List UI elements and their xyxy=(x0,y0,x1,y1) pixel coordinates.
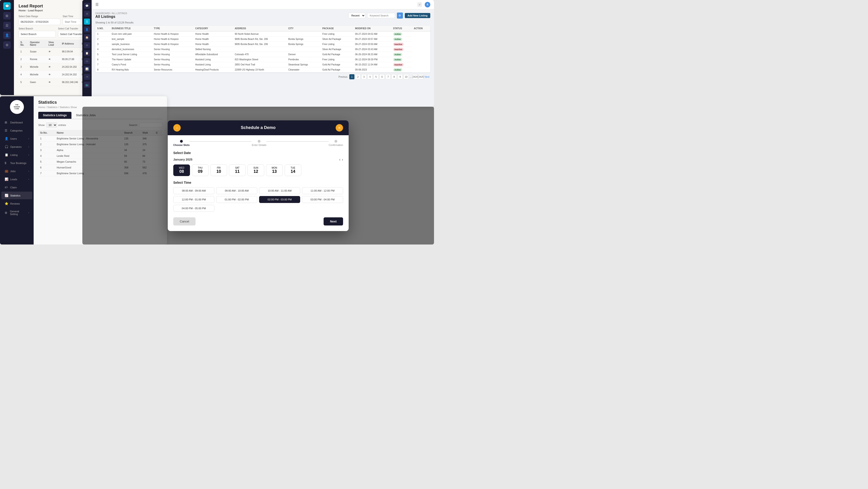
date-range-label: Select Date Range xyxy=(19,15,60,18)
sidebar-item-dashboard[interactable]: ⊞ Dashboard xyxy=(1,119,32,126)
date-chip-14[interactable]: TUE 14 xyxy=(285,164,301,176)
nav-item-label: Dashboard xyxy=(10,121,23,124)
time-slot[interactable]: 03:00 PM - 04:00 PM xyxy=(302,196,343,203)
ls-icon-6[interactable]: ⚙ xyxy=(84,42,90,48)
branch-select[interactable]: Select Branch xyxy=(19,31,56,37)
ls-icon-5[interactable]: 🏠 xyxy=(84,34,90,40)
time-slot[interactable]: 01:00 PM - 02:00 PM xyxy=(216,196,257,203)
nav-icon: 📈 xyxy=(5,194,8,197)
demo-prev-button[interactable]: ‹ xyxy=(173,124,181,131)
sidebar-item-categories[interactable]: ☰ Categories xyxy=(1,127,32,134)
add-new-listing-button[interactable]: Add New Listing xyxy=(405,13,430,18)
time-slot[interactable]: 10:00 AM - 11:00 AM xyxy=(259,187,300,194)
date-chip-11[interactable]: SAT 11 xyxy=(229,164,246,176)
month-prev-button[interactable]: ‹ xyxy=(339,157,340,162)
chevron-right-icon: › xyxy=(28,137,29,140)
sidebar-user-icon[interactable]: 👤 xyxy=(3,32,11,39)
sidebar-item-tour-bookings[interactable]: $ Tour Bookings xyxy=(1,159,32,167)
page-2425-button[interactable]: 2425 xyxy=(418,74,424,79)
table-cell[interactable]: 👁 xyxy=(46,48,60,56)
sidebar-grid-icon[interactable]: ⊞ xyxy=(3,12,11,20)
sidebar-list-icon[interactable]: ☰ xyxy=(3,22,11,29)
sidebar-item-claim[interactable]: 🏷 Claim xyxy=(1,183,32,191)
sidebar-settings-icon[interactable]: ⚙ xyxy=(3,41,11,49)
keyword-search-input[interactable] xyxy=(367,13,395,18)
time-slot[interactable]: 04:00 PM - 05:00 PM xyxy=(173,205,214,212)
date-chip-13[interactable]: MON 13 xyxy=(266,164,283,176)
sidebar-item-statistics[interactable]: 📈 Statistics xyxy=(1,192,32,199)
page-2424-button[interactable]: 2424 xyxy=(412,74,417,79)
page-7-button[interactable]: 7 xyxy=(385,74,391,79)
table-cell: 09-27-2024 03:50 AM xyxy=(353,42,391,47)
time-slot[interactable]: 08:00 AM - 09:00 AM xyxy=(173,187,214,194)
filter-button[interactable]: ⚙ xyxy=(397,12,403,19)
sidebar-item-leads[interactable]: 📊 Leads › xyxy=(1,175,32,183)
th-address: ADDRESS xyxy=(233,26,286,31)
time-slot[interactable]: 12:00 PM - 01:00 PM xyxy=(173,196,214,203)
page-3-button[interactable]: 3 xyxy=(362,74,367,79)
sidebar-item-jobs[interactable]: 💼 Jobs › xyxy=(1,167,32,175)
ls-icon-7[interactable]: 📋 xyxy=(84,50,90,56)
table-cell[interactable]: 👁 xyxy=(46,79,60,86)
ls-icon-3[interactable]: ☰ xyxy=(84,19,90,25)
sidebar-item-listing[interactable]: 📋 Listing › xyxy=(1,151,32,159)
month-next-button[interactable]: › xyxy=(342,157,343,162)
nav-item-label: Statistics xyxy=(10,194,21,197)
sidebar-item-general-setting[interactable]: ⚙ General Setting › xyxy=(1,208,32,218)
sidebar-item-users[interactable]: 👤 Users › xyxy=(1,135,32,143)
table-cell: 4 xyxy=(19,71,28,79)
ls-icon-8[interactable]: 🗂 xyxy=(84,58,90,64)
date-chip-08[interactable]: WED 08 xyxy=(173,164,190,176)
table-cell: test_sample xyxy=(110,37,152,42)
date-num: 10 xyxy=(212,169,225,174)
date-chip-10[interactable]: FRI 10 xyxy=(210,164,227,176)
table-cell[interactable]: 👁 xyxy=(46,56,60,63)
date-chip-12[interactable]: SUN 12 xyxy=(248,164,264,176)
chevron-right-icon: › xyxy=(28,154,29,156)
time-slot[interactable]: 09:00 AM - 10:00 AM xyxy=(216,187,257,194)
date-range-input[interactable] xyxy=(19,19,60,25)
table-cell[interactable]: 👁 xyxy=(46,71,60,79)
table-cell: 7 xyxy=(38,171,55,176)
ls-icon-11[interactable]: 📺 xyxy=(84,82,90,88)
table-cell: Free Listing xyxy=(320,42,353,47)
status-badge: Active xyxy=(393,38,402,41)
nav-icon: 🏷 xyxy=(5,186,8,189)
demo-close-button[interactable]: ✕ xyxy=(336,124,343,131)
page-8-button[interactable]: 8 xyxy=(392,74,397,79)
table-cell[interactable]: 👁 xyxy=(46,63,60,71)
expand-icon[interactable]: ⤢ xyxy=(417,2,422,7)
ls-icon-9[interactable]: 📊 xyxy=(84,66,90,72)
ls-icon-2[interactable]: ⊞ xyxy=(84,11,90,17)
listings-title: All Listings xyxy=(95,14,127,19)
page-4-button[interactable]: 4 xyxy=(367,74,373,79)
page-5-button[interactable]: 5 xyxy=(373,74,378,79)
page-10-button[interactable]: 10 xyxy=(404,74,409,79)
table-cell: 06-12-2024 09:39 PM xyxy=(353,57,391,62)
date-day: THU xyxy=(193,166,207,169)
sidebar-chat-icon[interactable]: 💬 xyxy=(3,2,11,10)
sidebar-item-reviews[interactable]: ⭐ Reviews xyxy=(1,200,32,207)
date-range-group: Select Date Range xyxy=(19,15,60,25)
time-slot[interactable]: 11:00 AM - 12:00 PM xyxy=(302,187,343,194)
next-text[interactable]: Next xyxy=(425,75,429,78)
ls-icon-10[interactable]: ✉ xyxy=(84,74,90,80)
page-9-button[interactable]: 9 xyxy=(398,74,403,79)
sidebar-item-operators[interactable]: 🎧 Operators › xyxy=(1,143,32,151)
page-1-button[interactable]: 1 xyxy=(349,74,354,79)
branch-label: Select Branch xyxy=(19,27,56,30)
tab-statistics-listings[interactable]: Statistics Listings xyxy=(38,112,71,119)
ls-icon-1[interactable]: 💬 xyxy=(84,3,90,9)
cancel-button[interactable]: Cancel xyxy=(173,217,195,225)
table-cell: Silver Ad Package xyxy=(320,37,353,42)
page-2-button[interactable]: 2 xyxy=(355,74,361,79)
page-6-button[interactable]: 6 xyxy=(379,74,384,79)
next-button[interactable]: Next xyxy=(323,217,343,225)
show-select[interactable]: 10 xyxy=(46,122,57,128)
recent-select[interactable]: Recent xyxy=(348,13,365,18)
nav-item-label: Reviews xyxy=(10,202,20,205)
hamburger-icon[interactable]: ☰ xyxy=(95,2,99,7)
date-chip-09[interactable]: THU 09 xyxy=(192,164,209,176)
ls-icon-4[interactable]: 👤 xyxy=(84,26,90,32)
time-slot[interactable]: 02:00 PM - 03:00 PM xyxy=(259,196,300,203)
